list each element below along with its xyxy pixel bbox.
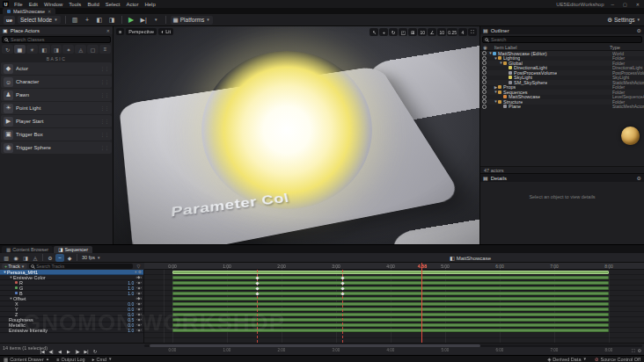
timeline-section-bar[interactable] xyxy=(172,313,609,316)
drag-handle-icon[interactable]: ⋮⋮ xyxy=(100,132,109,137)
keyframe-nav-icon[interactable]: ‹◆› xyxy=(136,275,142,279)
platforms-dropdown[interactable]: ▦ Platforms▼ xyxy=(171,16,213,25)
track-search-input[interactable]: Search Tracks xyxy=(29,264,133,269)
timeline-section-bar[interactable] xyxy=(172,318,609,322)
visibility-eye-icon[interactable] xyxy=(480,95,487,99)
playhead[interactable] xyxy=(421,263,422,343)
type-column[interactable]: Type xyxy=(610,45,641,50)
category-volumes-icon[interactable]: ▢ xyxy=(87,45,99,54)
outliner-title[interactable]: Outliner xyxy=(491,28,509,33)
category-geometry-icon[interactable]: ◬ xyxy=(75,45,86,54)
zoom-fit-icon[interactable]: ⛶ xyxy=(632,348,635,354)
visibility-eye-icon[interactable] xyxy=(480,70,487,75)
drag-handle-icon[interactable]: ⋮⋮ xyxy=(100,119,109,124)
go-to-end-button[interactable]: ▶| xyxy=(83,348,90,354)
timeline-section-bar[interactable] xyxy=(172,276,609,279)
derived-data-button[interactable]: ◈ Derived Data ▼ xyxy=(547,357,587,362)
visibility-eye-icon[interactable] xyxy=(480,76,487,80)
category-basic-icon[interactable]: ▦ xyxy=(14,45,26,54)
play-options-icon[interactable]: ▼ xyxy=(151,16,161,25)
drag-handle-icon[interactable]: ⋮⋮ xyxy=(100,92,109,98)
track-options-icon[interactable]: + ⚙ xyxy=(135,270,142,274)
settings-dropdown[interactable]: Settings xyxy=(614,17,635,23)
cmd-console-input[interactable]: ▸ Cmd ▼ xyxy=(92,357,113,362)
grid-snap-icon[interactable]: ⊞ xyxy=(408,28,417,36)
timeline-section-bar[interactable] xyxy=(172,292,609,295)
place-actors-search-input[interactable]: Search Classes xyxy=(2,36,111,43)
viewport[interactable]: Parameter Col ≡ Perspective ◐ Lit ↖ + ↻ … xyxy=(113,26,479,244)
camera-speed-value[interactable]: 4 xyxy=(458,28,467,36)
frame-rate-dropdown[interactable]: 30 fps▼ xyxy=(80,255,102,260)
rotation-snap-icon[interactable]: ∠ xyxy=(428,28,436,36)
keyframe-nav-icon[interactable]: ‹◆› xyxy=(136,328,142,332)
play-button[interactable]: ▶ xyxy=(127,16,136,25)
add-track-button[interactable]: + Track ▼ xyxy=(2,264,27,269)
sequencer-timeline[interactable] xyxy=(144,270,644,343)
cinematics-icon[interactable]: ◨ xyxy=(107,16,117,25)
keyframe-nav-icon[interactable]: ‹◆› xyxy=(136,317,142,322)
menu-select[interactable]: Select xyxy=(103,2,123,7)
viewport-options-menu[interactable]: ≡ xyxy=(116,28,124,35)
menu-tools[interactable]: Tools xyxy=(66,2,84,7)
sequencer-options-icon[interactable]: ⚙ xyxy=(638,348,641,354)
keyframe-options-icon[interactable]: ◆ xyxy=(65,254,74,262)
place-item-actor[interactable]: ◆ Actor ⋮⋮ xyxy=(1,62,112,75)
menu-edit[interactable]: Edit xyxy=(26,2,40,7)
scale-snap-value[interactable]: 0.25 xyxy=(447,28,457,36)
source-control-button[interactable]: ⊘ Source Control Off xyxy=(595,357,640,362)
details-settings-icon[interactable]: ⚙ xyxy=(637,175,641,181)
menu-file[interactable]: File xyxy=(11,2,26,7)
drag-handle-icon[interactable]: ⋮⋮ xyxy=(100,145,109,150)
keyframe-nav-icon[interactable]: ‹◆› xyxy=(136,280,142,285)
move-tool-icon[interactable]: + xyxy=(379,28,388,36)
visibility-eye-icon[interactable] xyxy=(480,85,487,90)
select-mode-dropdown[interactable]: Select Mode▼ xyxy=(18,16,61,24)
rotation-snap-value[interactable]: 10 xyxy=(437,28,446,36)
go-to-start-button[interactable]: |◀ xyxy=(39,348,46,354)
outliner-row[interactable]: Plane StaticMeshActor xyxy=(480,105,644,110)
menu-build[interactable]: Build xyxy=(84,2,101,7)
create-camera-icon[interactable]: ◨ xyxy=(21,254,30,262)
level-tab[interactable]: MattShowcase ✕ xyxy=(3,8,55,14)
grid-snap-value[interactable]: 10 xyxy=(418,28,427,36)
track-filter-icon[interactable]: ▽ xyxy=(135,264,143,269)
close-icon[interactable]: ✕ xyxy=(106,28,110,33)
minimize-icon[interactable]: ─ xyxy=(610,2,617,7)
timeline-scrollbar[interactable] xyxy=(144,344,642,347)
keyframe-nav-icon[interactable]: ‹◆› xyxy=(136,301,142,306)
menu-window[interactable]: Window xyxy=(41,2,65,7)
channel-value[interactable]: 1.0 xyxy=(128,291,136,296)
visibility-eye-icon[interactable] xyxy=(480,99,487,104)
menu-help[interactable]: Help xyxy=(142,2,157,7)
timeline-section-bar[interactable] xyxy=(172,329,609,332)
timeline-section-bar[interactable] xyxy=(172,286,609,290)
outliner-settings-icon[interactable]: ⚙ xyxy=(637,27,641,33)
play-button[interactable]: ▶ xyxy=(65,348,72,354)
timeline-section-bar[interactable] xyxy=(172,302,609,306)
sequence-breadcrumb[interactable]: ◧ MattShowcase xyxy=(450,253,491,263)
next-keyframe-button[interactable]: |▶ xyxy=(74,348,81,354)
drag-handle-icon[interactable]: ⋮⋮ xyxy=(100,105,109,111)
visibility-eye-icon[interactable] xyxy=(480,51,487,55)
keyframe-nav-icon[interactable]: ‹◆› xyxy=(136,307,142,311)
add-actor-icon[interactable]: + xyxy=(83,16,92,25)
render-movie-icon[interactable]: ◬ xyxy=(31,254,40,262)
timeline-section-bar[interactable] xyxy=(172,308,609,311)
details-title[interactable]: Details xyxy=(491,176,507,181)
loop-toggle-button[interactable]: ↻ xyxy=(91,348,99,354)
place-item-point-light[interactable]: ☀ Point Light ⋮⋮ xyxy=(1,102,112,114)
maximize-viewport-icon[interactable]: ⛶ xyxy=(468,28,477,36)
outliner-search-input[interactable]: Search xyxy=(482,36,642,43)
previous-keyframe-button[interactable]: ◀| xyxy=(48,348,55,354)
keyframe-nav-icon[interactable]: ‹◆› xyxy=(136,322,142,327)
visibility-eye-icon[interactable] xyxy=(480,90,487,94)
timeline-section-bar[interactable] xyxy=(172,297,609,300)
close-icon[interactable]: ✕ xyxy=(634,2,641,7)
rotate-tool-icon[interactable]: ↻ xyxy=(389,28,398,36)
timeline-scrollbar-thumb[interactable] xyxy=(150,344,480,347)
blueprint-icon[interactable]: ◧ xyxy=(95,16,105,25)
visibility-eye-icon[interactable] xyxy=(480,61,487,65)
channel-value[interactable]: 1.0 xyxy=(128,328,136,333)
output-log-button[interactable]: ≡ Output Log xyxy=(56,357,84,362)
tab-content-browser[interactable]: ▦ Content Browser xyxy=(2,246,53,253)
